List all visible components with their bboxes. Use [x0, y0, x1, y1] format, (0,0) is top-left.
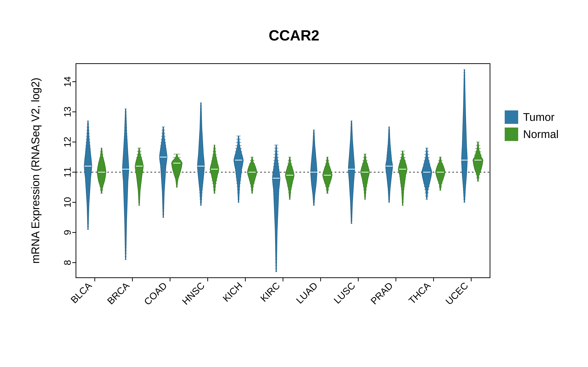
x-category-label: HNSC — [180, 280, 207, 307]
legend-swatch — [505, 110, 518, 124]
legend-label: Tumor — [523, 111, 554, 123]
x-category-label: PRAD — [369, 280, 395, 307]
x-category-label: THCA — [406, 280, 432, 306]
violin — [234, 136, 243, 202]
y-tick-label: 9 — [62, 230, 73, 235]
y-tick-label: 12 — [62, 137, 73, 147]
y-axis-label: mRNA Expression (RNASeq V2, log2) — [29, 78, 42, 264]
legend-label: Normal — [523, 128, 559, 140]
violin — [97, 148, 106, 193]
violin — [159, 127, 167, 217]
x-category-label: COAD — [142, 280, 169, 307]
y-tick-label: 8 — [62, 260, 73, 265]
violin — [361, 154, 370, 199]
expression-plot: 891011121314mRNA Expression (RNASeq V2, … — [0, 0, 588, 367]
legend-swatch — [505, 128, 518, 141]
violin — [473, 142, 483, 181]
violin — [272, 145, 280, 272]
violin — [247, 157, 257, 193]
violin — [435, 157, 445, 190]
x-category-label: UCEC — [443, 280, 470, 307]
violin — [197, 103, 205, 205]
x-category-label: KICH — [221, 280, 244, 304]
violin — [311, 130, 317, 205]
x-category-label: BLCA — [69, 280, 94, 305]
y-tick-label: 10 — [62, 197, 73, 208]
x-category-label: KIRC — [258, 280, 282, 304]
x-category-label: LUSC — [332, 280, 357, 306]
violin — [285, 157, 294, 199]
violin — [135, 148, 143, 205]
violin — [461, 70, 467, 202]
y-tick-label: 13 — [62, 107, 73, 117]
violin — [171, 154, 182, 187]
violin — [122, 109, 129, 259]
violin — [84, 121, 92, 229]
violin — [348, 121, 355, 223]
x-category-label: BRCA — [105, 280, 131, 307]
violin — [398, 151, 407, 205]
y-tick-label: 11 — [62, 167, 73, 177]
violin — [422, 148, 432, 199]
violin — [386, 127, 393, 202]
y-tick-label: 14 — [62, 76, 73, 87]
x-category-label: LUAD — [294, 280, 320, 306]
